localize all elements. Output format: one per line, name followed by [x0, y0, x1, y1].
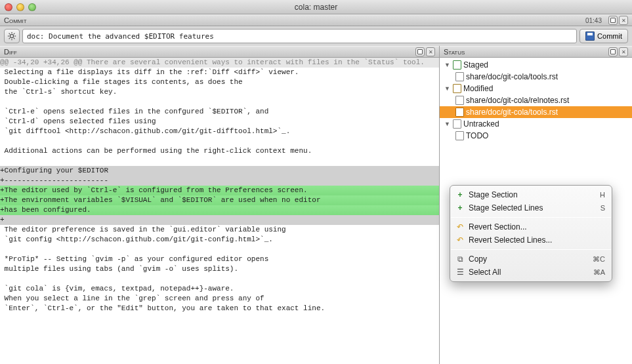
diff-line[interactable]: multiple files using tabs (and `gvim -o`… [0, 264, 439, 274]
commit-button-label: Commit [597, 32, 622, 40]
context-menu: +Stage SectionH+Stage Selected LinesS↶Re… [450, 185, 612, 282]
diff-line[interactable]: Double-clicking a file stages its conten… [0, 77, 439, 87]
commit-label: Commit [4, 16, 27, 24]
status-item[interactable]: share/doc/git-cola/tools.rst [440, 71, 632, 83]
menu-item-label: Stage Section [469, 190, 518, 199]
plus-icon: + [455, 190, 465, 199]
diff-line[interactable]: `git config <http://schacon.github.com/g… [0, 235, 439, 245]
diff-line[interactable]: +Configuring your $EDITOR [0, 166, 439, 176]
plus-icon: + [455, 203, 465, 212]
diff-line[interactable] [0, 97, 439, 107]
commit-button[interactable]: Commit [579, 29, 628, 43]
diff-line[interactable] [0, 136, 439, 146]
diff-line[interactable]: `Ctrl-e` opens selected files in the con… [0, 107, 439, 117]
svg-line-5 [9, 33, 10, 34]
diff-hunk-header: @@ -34,20 +34,26 @@ There are several co… [0, 58, 439, 68]
detach-icon [417, 49, 423, 54]
file-icon [455, 72, 464, 81]
group-label: Untracked [463, 119, 499, 129]
diff-line[interactable]: *ProTip* -- Setting `gvim -p` as your co… [0, 254, 439, 264]
select-all-icon: ☰ [455, 268, 465, 277]
file-label: share/doc/git-cola/relnotes.rst [466, 96, 569, 105]
diff-line[interactable]: `Enter`, `Ctrl-e`, or the "Edit" button,… [0, 304, 439, 313]
diff-panel: Diff @@ -34,20 +34,26 @@ There are sever… [0, 46, 440, 364]
menu-item-copy[interactable]: ⧉Copy⌘C [450, 253, 612, 266]
commit-options-button[interactable] [4, 29, 20, 43]
diff-close-button[interactable] [426, 47, 435, 56]
group-label: Staged [463, 60, 488, 70]
copy-icon: ⧉ [455, 254, 465, 264]
status-group-modified[interactable]: ▼Modified [440, 83, 632, 94]
expander-icon[interactable]: ▼ [444, 85, 451, 92]
diff-line[interactable]: + [0, 215, 439, 225]
file-icon [455, 131, 464, 140]
group-icon [453, 60, 461, 70]
diff-section-header: Diff [0, 46, 439, 58]
diff-line[interactable]: Selecting a file displays its diff in th… [0, 68, 439, 77]
status-label: Status [444, 48, 465, 56]
group-icon [453, 84, 461, 93]
detach-icon [610, 49, 616, 54]
close-icon [621, 49, 626, 55]
diff-line[interactable] [0, 156, 439, 166]
group-label: Modified [463, 84, 493, 93]
commit-close-button[interactable] [619, 16, 628, 25]
menu-item-shortcut: H [600, 191, 605, 199]
commit-message-input[interactable] [22, 29, 577, 43]
svg-line-6 [14, 38, 14, 39]
diff-line[interactable]: `git cola` is {vim, emacs, textpad, note… [0, 284, 439, 294]
diff-line[interactable]: The editor preference is saved in the `g… [0, 225, 439, 235]
diff-line[interactable] [0, 245, 439, 254]
window-title: cola: master [0, 3, 632, 12]
diff-line[interactable]: +has been configured. [0, 205, 439, 215]
close-icon [429, 49, 433, 55]
menu-separator [451, 249, 611, 250]
commit-detach-button[interactable] [608, 16, 618, 25]
svg-line-7 [9, 38, 10, 39]
status-detach-button[interactable] [608, 47, 618, 56]
status-group-staged[interactable]: ▼Staged [440, 59, 632, 71]
menu-item-revert-selected-lines[interactable]: ↶Revert Selected Lines... [450, 233, 612, 247]
menu-item-label: Stage Selected Lines [469, 203, 543, 212]
menu-item-label: Revert Section... [469, 222, 527, 232]
status-group-untracked[interactable]: ▼Untracked [440, 118, 632, 130]
file-label: TODO [466, 131, 488, 140]
menu-item-revert-section[interactable]: ↶Revert Section... [450, 220, 612, 233]
expander-icon[interactable]: ▼ [444, 121, 451, 128]
expander-icon[interactable]: ▼ [444, 62, 451, 69]
menu-item-shortcut: ⌘C [593, 255, 605, 264]
diff-line[interactable] [0, 274, 439, 284]
menu-item-select-all[interactable]: ☰Select All⌘A [450, 266, 612, 279]
diff-line[interactable]: `Ctrl-d` opens selected files using [0, 117, 439, 127]
menu-item-shortcut: S [600, 204, 605, 212]
file-label: share/doc/git-cola/tools.rst [466, 72, 558, 81]
status-item[interactable]: share/doc/git-cola/tools.rst [440, 106, 632, 118]
diff-body[interactable]: @@ -34,20 +34,26 @@ There are several co… [0, 58, 439, 364]
menu-item-stage-section[interactable]: +Stage SectionH [450, 188, 612, 201]
diff-line[interactable]: `git difftool <http://schacon.github.com… [0, 127, 439, 136]
commit-time: 01:43 [585, 17, 602, 24]
menu-item-shortcut: ⌘A [593, 268, 605, 277]
diff-line[interactable]: +The environment variables `$VISUAL` and… [0, 195, 439, 205]
diff-line[interactable]: Additional actions can be performed usin… [0, 146, 439, 156]
diff-line[interactable]: the `Ctrl-s` shortcut key. [0, 87, 439, 97]
status-item[interactable]: share/doc/git-cola/relnotes.rst [440, 94, 632, 106]
detach-icon [610, 18, 616, 23]
status-item[interactable]: TODO [440, 130, 632, 142]
gear-icon [7, 31, 16, 41]
close-icon [621, 17, 626, 24]
menu-separator [451, 217, 611, 218]
commit-section-header: Commit 01:43 [0, 14, 632, 26]
group-icon [453, 119, 461, 129]
menu-item-stage-selected-lines[interactable]: +Stage Selected LinesS [450, 201, 612, 214]
diff-line[interactable]: When you select a line in the `grep` scr… [0, 294, 439, 304]
menu-item-label: Select All [469, 268, 501, 277]
diff-line[interactable]: +The editor used by `Ctrl-e` is configur… [0, 186, 439, 195]
diff-detach-button[interactable] [415, 47, 425, 56]
diff-line[interactable]: +------------------------ [0, 176, 439, 186]
status-close-button[interactable] [619, 47, 628, 56]
file-icon [455, 96, 464, 105]
revert-icon: ↶ [455, 235, 465, 245]
revert-icon: ↶ [455, 222, 465, 232]
menu-item-label: Copy [469, 254, 487, 264]
